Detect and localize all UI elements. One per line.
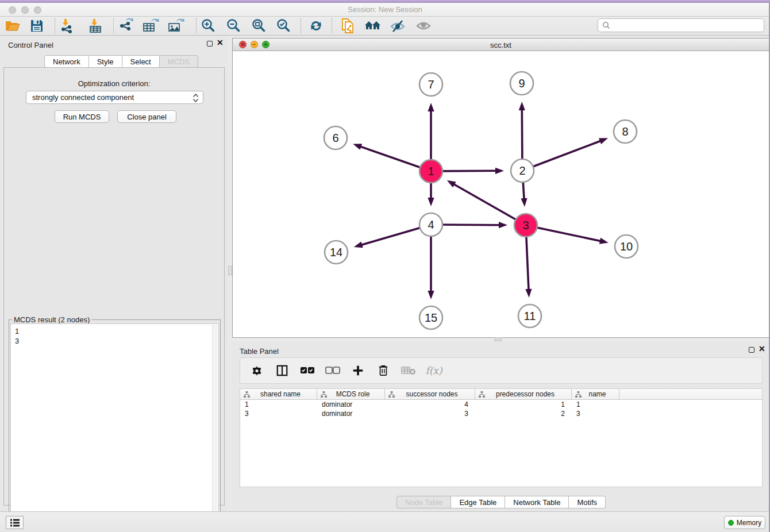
network-window-titlebar: ✕ − + scc.txt xyxy=(233,38,769,51)
cell-successor-nodes: 4 xyxy=(385,400,475,409)
toolbar-separator xyxy=(113,18,114,33)
node-11[interactable]: 11 xyxy=(518,304,541,327)
column-header-successor-nodes[interactable]: successor nodes xyxy=(385,389,475,399)
node-14[interactable]: 14 xyxy=(325,241,348,264)
table-float-icon[interactable] xyxy=(749,347,754,353)
memory-label: Memory xyxy=(737,519,761,527)
export-table-icon[interactable] xyxy=(141,17,160,34)
tab-mcds[interactable]: MCDS xyxy=(160,55,198,68)
arrowhead-icon xyxy=(354,241,363,248)
tab-select[interactable]: Select xyxy=(122,55,160,68)
cell-name: 3 xyxy=(572,409,619,418)
search-input[interactable] xyxy=(611,20,764,30)
delete-table-icon[interactable] xyxy=(400,362,417,379)
import-table-icon[interactable] xyxy=(86,17,105,34)
cell-shared-name: 1 xyxy=(240,400,317,409)
horizontal-splitter-grip[interactable] xyxy=(494,337,502,341)
node-2[interactable]: 2 xyxy=(511,159,534,182)
network-overview-icon[interactable] xyxy=(364,17,382,34)
column-label: predecessor nodes xyxy=(485,390,571,398)
task-history-button[interactable] xyxy=(6,516,24,529)
tab-network[interactable]: Network xyxy=(44,55,89,68)
node-7[interactable]: 7 xyxy=(419,73,442,96)
table-options-icon[interactable] xyxy=(248,362,265,379)
tab-style[interactable]: Style xyxy=(89,55,122,68)
close-panel-button[interactable]: Close panel xyxy=(117,110,176,123)
node-8[interactable]: 8 xyxy=(614,120,637,143)
save-session-icon[interactable] xyxy=(28,17,46,34)
select-all-columns-icon[interactable] xyxy=(299,362,316,379)
node-15[interactable]: 15 xyxy=(419,306,442,329)
status-bar: Memory xyxy=(0,511,770,532)
arrowhead-icon xyxy=(428,103,434,111)
close-panel-icon[interactable]: ✕ xyxy=(217,39,224,46)
delete-column-icon[interactable] xyxy=(375,362,392,379)
node-label: 1 xyxy=(428,165,434,178)
import-network-icon[interactable] xyxy=(57,17,76,34)
apply-layout-icon[interactable] xyxy=(307,17,325,34)
column-header-predecessor-nodes[interactable]: predecessor nodes xyxy=(475,389,572,399)
hide-selected-icon[interactable] xyxy=(388,17,407,34)
arrowhead-icon xyxy=(499,222,507,228)
arrowhead-icon xyxy=(521,198,527,207)
table-row[interactable]: 1dominator411 xyxy=(240,400,762,409)
node-9[interactable]: 9 xyxy=(510,72,533,95)
add-column-icon[interactable] xyxy=(349,362,367,379)
table-tab-motifs[interactable]: Motifs xyxy=(569,496,606,508)
node-1-selected[interactable]: 1 xyxy=(419,160,442,183)
open-file-icon[interactable] xyxy=(3,17,22,34)
result-scrollbar[interactable] xyxy=(212,325,218,532)
cell-predecessor-nodes: 1 xyxy=(475,400,572,409)
show-columns-icon[interactable] xyxy=(274,362,291,379)
arrowhead-icon xyxy=(428,198,434,206)
column-label: name xyxy=(582,390,619,398)
network-view-window: ✕ − + scc.txt 1234678910111415 xyxy=(232,38,769,338)
table-tabs: Node TableEdge TableNetwork TableMotifs xyxy=(232,496,770,508)
table-close-icon[interactable]: ✕ xyxy=(759,345,765,352)
node-3-selected[interactable]: 3 xyxy=(514,214,537,237)
table-row[interactable]: 3dominator323 xyxy=(240,409,762,418)
zoom-selected-icon[interactable] xyxy=(274,17,292,34)
duplicate-network-icon[interactable] xyxy=(338,17,357,34)
hierarchy-icon xyxy=(321,391,327,398)
cell-predecessor-nodes: 2 xyxy=(475,409,572,418)
run-mcds-button[interactable]: Run MCDS xyxy=(55,110,109,123)
toolbar-separator xyxy=(332,18,332,33)
show-all-icon[interactable] xyxy=(414,17,433,34)
arrowhead-icon xyxy=(599,138,608,144)
function-builder-icon[interactable]: f(x) xyxy=(425,362,442,379)
node-4[interactable]: 4 xyxy=(419,213,442,236)
node-label: 9 xyxy=(518,77,525,90)
float-panel-icon[interactable] xyxy=(207,41,213,47)
network-canvas[interactable]: 1234678910111415 xyxy=(233,51,769,337)
control-panel: Control Panel ✕ NetworkStyleSelectMCDS O… xyxy=(0,36,228,511)
edge-3-to-1[interactable] xyxy=(447,180,526,225)
column-header-shared-name[interactable]: shared name xyxy=(240,389,317,399)
node-6[interactable]: 6 xyxy=(324,126,347,149)
edge-3-to-10[interactable] xyxy=(526,225,609,244)
toolbar-separator xyxy=(55,18,55,33)
table-tab-node-table[interactable]: Node Table xyxy=(396,496,452,508)
table-header-row: shared nameMCDS rolesuccessor nodesprede… xyxy=(240,389,762,400)
deselect-all-columns-icon[interactable] xyxy=(324,362,341,379)
table-tab-network-table[interactable]: Network Table xyxy=(505,496,569,508)
zoom-in-icon[interactable] xyxy=(199,17,217,34)
table-tab-edge-table[interactable]: Edge Table xyxy=(451,496,505,508)
table-panel-title: Table Panel xyxy=(240,347,279,356)
export-image-icon[interactable] xyxy=(167,17,185,34)
node-10[interactable]: 10 xyxy=(615,235,638,258)
criterion-dropdown[interactable]: strongly connected component xyxy=(26,91,203,104)
vertical-splitter-grip[interactable] xyxy=(228,266,232,275)
hierarchy-icon xyxy=(575,391,582,398)
zoom-out-icon[interactable] xyxy=(224,17,242,34)
zoom-fit-icon[interactable] xyxy=(249,17,268,34)
edge-2-to-8[interactable] xyxy=(522,138,608,171)
memory-button[interactable]: Memory xyxy=(724,516,765,529)
column-header-name[interactable]: name xyxy=(572,389,619,399)
list-icon xyxy=(10,518,20,527)
mcds-result-list[interactable]: 13 xyxy=(10,323,219,532)
edge-1-to-6[interactable] xyxy=(353,144,431,171)
export-network-icon[interactable] xyxy=(117,17,135,34)
column-header-MCDS-role[interactable]: MCDS role xyxy=(317,389,385,399)
chevron-up-down-icon xyxy=(192,93,199,103)
